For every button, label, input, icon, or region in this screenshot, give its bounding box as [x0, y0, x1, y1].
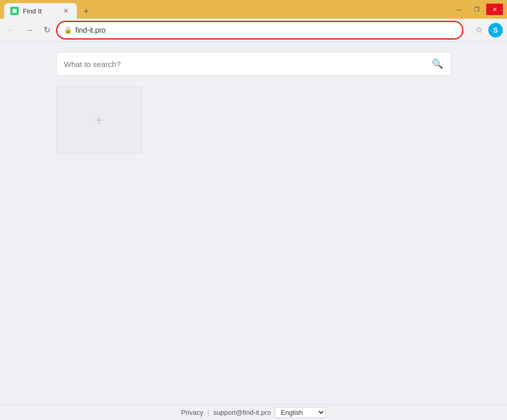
search-icon[interactable]: 🔍: [432, 58, 443, 70]
browser-window: Find It ✕ + — ❐ ✕ ← → ↻ 🔒 find-it.pr: [0, 0, 507, 420]
bookmark-button[interactable]: ☆: [472, 23, 486, 37]
back-button[interactable]: ←: [4, 23, 19, 37]
search-input[interactable]: [64, 60, 426, 69]
footer-divider: |: [207, 409, 209, 416]
title-bar: Find It ✕ + — ❐ ✕: [0, 0, 507, 19]
add-tile-icon: +: [95, 112, 103, 128]
new-tab-button[interactable]: +: [79, 4, 94, 19]
tab-close-button[interactable]: ✕: [61, 6, 71, 16]
navigation-bar: ← → ↻ 🔒 find-it.pro ☆ S: [0, 19, 507, 42]
nav-right-icons: ☆ S: [472, 23, 503, 37]
address-bar[interactable]: 🔒 find-it.pro: [57, 22, 464, 38]
footer: Privacy | support@find-it.pro English Es…: [0, 404, 507, 420]
language-select[interactable]: English Español Français Deutsch: [275, 407, 326, 418]
support-link[interactable]: support@find-it.pro: [214, 409, 271, 416]
search-bar: 🔍: [56, 52, 451, 76]
reload-button[interactable]: ↻: [39, 23, 54, 37]
page-content: 🔍 + Privacy | support@find-it.pro Englis…: [0, 42, 507, 420]
add-tile-button[interactable]: +: [56, 86, 142, 154]
active-tab[interactable]: Find It ✕: [4, 3, 77, 19]
skype-button[interactable]: S: [488, 23, 503, 37]
url-text: find-it.pro: [75, 26, 105, 34]
minimize-button[interactable]: —: [451, 4, 468, 15]
tab-favicon: [10, 7, 19, 15]
window-controls: — ❐ ✕: [451, 4, 503, 15]
tiles-container: +: [56, 86, 451, 156]
forward-button[interactable]: →: [22, 23, 36, 37]
lock-icon: 🔒: [64, 26, 72, 34]
tab-title: Find It: [23, 7, 42, 15]
search-container: 🔍: [56, 52, 451, 76]
close-button[interactable]: ✕: [486, 4, 503, 15]
privacy-link[interactable]: Privacy: [181, 409, 204, 416]
address-bar-container: 🔒 find-it.pro: [57, 22, 464, 38]
restore-button[interactable]: ❐: [469, 4, 485, 15]
tab-container: Find It ✕ +: [4, 0, 94, 19]
